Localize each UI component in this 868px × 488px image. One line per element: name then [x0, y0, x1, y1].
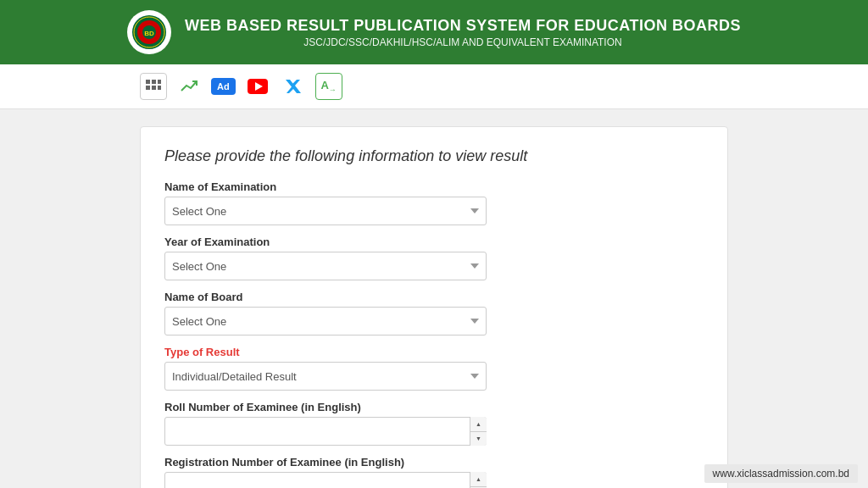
roll-number-wrapper: ▲ ▼ — [164, 417, 487, 446]
roll-number-group: Roll Number of Examinee (in English) ▲ ▼ — [164, 401, 704, 446]
page-header: BD WEB BASED RESULT PUBLICATION SYSTEM F… — [0, 0, 868, 64]
header-subtitle: JSC/JDC/SSC/DAKHIL/HSC/ALIM AND EQUIVALE… — [185, 36, 741, 48]
ad-icon[interactable]: Ad — [211, 78, 236, 95]
svg-rect-6 — [152, 80, 156, 84]
translate-icon[interactable]: A→ — [315, 73, 342, 100]
year-of-examination-label: Year of Examination — [164, 236, 704, 248]
type-of-result-group: Type of Result Individual/Detailed Resul… — [164, 346, 704, 391]
bottom-bar: www.xiclassadmission.com.bd — [0, 459, 868, 488]
name-of-board-label: Name of Board — [164, 291, 704, 303]
logo: BD — [127, 10, 171, 54]
roll-number-label: Roll Number of Examinee (in English) — [164, 401, 704, 413]
form-heading: Please provide the following information… — [164, 147, 704, 165]
name-of-examination-label: Name of Examination — [164, 180, 704, 193]
main-content: Please provide the following information… — [0, 109, 868, 488]
name-of-examination-group: Name of Examination Select One JSC SSC H… — [164, 180, 704, 225]
svg-rect-5 — [146, 80, 150, 84]
logo-icon: BD — [131, 14, 168, 51]
type-of-result-label: Type of Result — [164, 346, 704, 358]
trend-icon[interactable] — [175, 73, 203, 100]
roll-number-input[interactable] — [164, 417, 487, 446]
youtube-icon[interactable] — [244, 73, 271, 100]
svg-rect-7 — [146, 86, 150, 90]
form-card: Please provide the following information… — [140, 126, 728, 488]
header-text: WEB BASED RESULT PUBLICATION SYSTEM FOR … — [185, 17, 741, 48]
name-of-examination-select[interactable]: Select One JSC SSC HSC — [164, 197, 487, 225]
header-title: WEB BASED RESULT PUBLICATION SYSTEM FOR … — [185, 17, 741, 35]
year-of-examination-group: Year of Examination Select One 2023 2022 — [164, 236, 704, 280]
roll-number-up[interactable]: ▲ — [470, 417, 487, 432]
svg-rect-10 — [158, 86, 161, 90]
year-of-examination-select[interactable]: Select One 2023 2022 — [164, 252, 487, 280]
svg-rect-9 — [158, 80, 161, 84]
name-of-board-group: Name of Board Select One Dhaka Chittagon… — [164, 291, 704, 336]
toolbar: Ad A→ — [0, 64, 868, 109]
grid-icon[interactable] — [140, 73, 167, 100]
twitter-icon[interactable] — [280, 73, 307, 100]
roll-number-arrows: ▲ ▼ — [470, 417, 487, 446]
type-of-result-select[interactable]: Individual/Detailed Result Board Combine… — [164, 362, 487, 391]
svg-rect-8 — [152, 86, 156, 90]
svg-text:BD: BD — [144, 30, 154, 37]
url-chip: www.xiclassadmission.com.bd — [704, 464, 858, 483]
roll-number-down[interactable]: ▼ — [470, 432, 487, 446]
name-of-board-select[interactable]: Select One Dhaka Chittagong — [164, 307, 487, 336]
